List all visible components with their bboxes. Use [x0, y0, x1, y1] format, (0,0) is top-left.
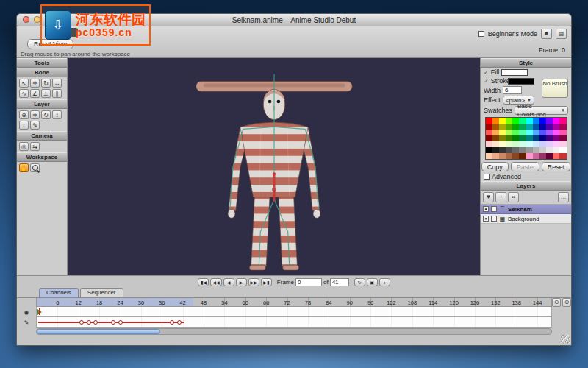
rotate-layer-tool[interactable]: ↻: [41, 110, 51, 119]
stroke-check-icon[interactable]: ✓: [484, 78, 489, 85]
loop-button[interactable]: ↻: [354, 278, 365, 286]
timeline-scrollbar-thumb[interactable]: [37, 329, 160, 334]
color-swatch[interactable]: [533, 130, 539, 135]
color-swatch[interactable]: [553, 147, 559, 153]
duplicate-layer-button[interactable]: +: [495, 192, 506, 202]
layer-row-background[interactable]: ● ▦ Background: [481, 214, 571, 224]
channel-visibility-icon[interactable]: ◉: [24, 309, 29, 316]
color-swatch[interactable]: [512, 130, 519, 135]
fill-color-swatch[interactable]: [501, 69, 528, 76]
zoom-workspace-tool[interactable]: [30, 163, 40, 172]
color-swatch[interactable]: [506, 130, 512, 135]
tab-sequencer[interactable]: Sequencer: [80, 288, 123, 297]
color-swatch[interactable]: [499, 124, 506, 130]
keyframe-marker[interactable]: [93, 320, 98, 325]
keyframe-marker[interactable]: [79, 320, 84, 325]
color-swatch[interactable]: [559, 153, 566, 159]
color-swatch[interactable]: [486, 124, 492, 130]
color-swatch[interactable]: [512, 147, 519, 153]
color-swatch[interactable]: [492, 141, 499, 147]
color-swatch[interactable]: [533, 147, 539, 153]
range-button[interactable]: ▣: [367, 278, 378, 286]
color-swatch[interactable]: [492, 118, 499, 124]
color-swatch[interactable]: [553, 141, 559, 147]
color-swatch[interactable]: [553, 124, 559, 130]
next-keyframe-button[interactable]: ▶▮: [261, 278, 272, 286]
color-swatch[interactable]: [519, 141, 526, 147]
color-swatch[interactable]: [533, 135, 539, 141]
color-swatch[interactable]: [539, 147, 546, 153]
color-swatch[interactable]: [559, 147, 566, 153]
color-swatch[interactable]: [526, 118, 533, 124]
color-swatch[interactable]: [506, 124, 512, 130]
layer-menu-button[interactable]: …: [558, 192, 569, 202]
color-swatch[interactable]: [499, 130, 506, 135]
stroke-color-swatch[interactable]: [508, 78, 534, 85]
color-swatch[interactable]: [539, 153, 546, 159]
color-swatch[interactable]: [533, 141, 539, 147]
color-swatch[interactable]: [539, 130, 546, 135]
rotate-bone-tool[interactable]: ↻: [41, 79, 51, 88]
timeline-zoom-out-button[interactable]: ⊖: [552, 298, 561, 307]
color-swatch[interactable]: [539, 124, 546, 130]
bind-layer-tool[interactable]: ⊥: [41, 89, 51, 98]
workspace-canvas[interactable]: [68, 58, 480, 275]
copy-style-button[interactable]: Copy: [481, 162, 509, 171]
color-swatch[interactable]: [499, 118, 506, 124]
text-tool[interactable]: T: [19, 121, 29, 130]
color-swatch[interactable]: [492, 135, 499, 141]
color-swatch[interactable]: [512, 141, 519, 147]
color-swatch[interactable]: [533, 118, 539, 124]
color-swatch[interactable]: [506, 141, 512, 147]
track-camera-tool[interactable]: ◎: [19, 142, 29, 151]
color-swatch[interactable]: [526, 141, 533, 147]
tab-channels[interactable]: Channels: [39, 288, 79, 297]
advanced-checkbox[interactable]: [484, 174, 490, 180]
color-swatch[interactable]: [506, 118, 512, 124]
color-swatch[interactable]: [486, 141, 492, 147]
color-swatch[interactable]: [492, 130, 499, 135]
color-swatch[interactable]: [559, 141, 566, 147]
swatches-dropdown[interactable]: Basic Colors.png ▼: [514, 106, 568, 115]
beginners-mode-checkbox[interactable]: [478, 31, 484, 37]
sound-button[interactable]: ♪: [379, 278, 390, 286]
color-swatch[interactable]: [553, 130, 559, 135]
color-swatch[interactable]: [553, 153, 559, 159]
timeline-track-main[interactable]: [36, 307, 552, 317]
orbit-camera-tool[interactable]: ⇆: [30, 142, 40, 151]
color-swatch[interactable]: [526, 135, 533, 141]
color-swatch[interactable]: [533, 153, 539, 159]
keyframe-marker[interactable]: [87, 320, 91, 325]
color-swatch[interactable]: [492, 124, 499, 130]
translate-bone-tool[interactable]: ✛: [30, 79, 40, 88]
step-forward-button[interactable]: ▶▶: [248, 278, 259, 286]
color-swatch[interactable]: [506, 135, 512, 141]
color-swatch[interactable]: [512, 118, 519, 124]
color-swatch[interactable]: [486, 118, 492, 124]
jump-start-button[interactable]: ▮◀: [198, 278, 209, 286]
color-swatch[interactable]: [546, 141, 553, 147]
color-swatch[interactable]: [492, 153, 499, 159]
color-swatch[interactable]: [526, 124, 533, 130]
layer-lock-toggle[interactable]: [491, 216, 497, 222]
layer-lock-toggle[interactable]: [491, 206, 497, 212]
fill-check-icon[interactable]: ✓: [484, 69, 489, 76]
paste-style-button[interactable]: Paste: [511, 162, 539, 171]
keyframe-marker[interactable]: [177, 320, 182, 325]
color-swatch[interactable]: [519, 153, 526, 159]
close-window-button[interactable]: [23, 16, 29, 23]
color-swatch[interactable]: [519, 118, 526, 124]
swatch-grid[interactable]: [485, 117, 567, 160]
color-swatch[interactable]: [526, 147, 533, 153]
color-swatch[interactable]: [553, 118, 559, 124]
color-swatch[interactable]: [506, 153, 512, 159]
scale-bone-tool[interactable]: ↔: [52, 79, 62, 88]
timeline-ruler[interactable]: 6121824303642485460667278849096102108114…: [36, 298, 552, 307]
user-icon[interactable]: ☻: [541, 29, 552, 39]
layer-visibility-toggle[interactable]: ●: [483, 216, 489, 222]
total-frames-input[interactable]: [330, 278, 349, 286]
color-swatch[interactable]: [546, 147, 553, 153]
color-swatch[interactable]: [519, 135, 526, 141]
timeline-scrollbar[interactable]: [36, 328, 552, 335]
reset-style-button[interactable]: Reset: [542, 162, 571, 171]
